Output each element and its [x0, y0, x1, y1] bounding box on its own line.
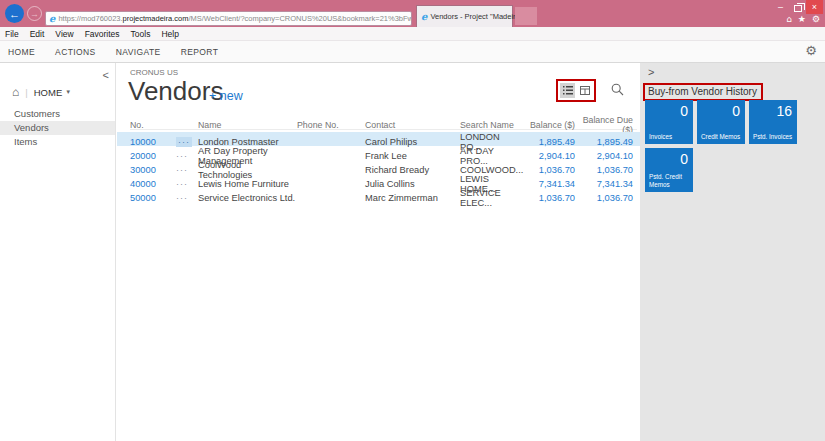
address-bar[interactable]: e https://mod760023.projectmadeira.com/M…: [45, 11, 412, 26]
browser-menu-bar: File Edit View Favorites Tools Help: [0, 27, 825, 41]
factbox-pane: > Buy-from Vendor History 0 Invoices 0 C…: [640, 63, 825, 441]
browser-forward-button[interactable]: →: [27, 6, 42, 21]
sidebar-item-items[interactable]: Items: [0, 135, 115, 149]
browser-back-button[interactable]: ←: [5, 4, 24, 23]
table-row[interactable]: 40000 ··· Lewis Home Furniture Julia Col…: [130, 174, 637, 188]
vendors-list-page: CRONUS US Vendors + new No. Name Phone N…: [117, 63, 640, 441]
browser-tab[interactable]: e Vendors - Project "Madeira" ×: [416, 5, 513, 27]
factbox-expand-icon[interactable]: >: [648, 66, 654, 78]
chevron-down-icon: ▼: [65, 89, 71, 95]
browser-home-icon[interactable]: ⌂: [786, 14, 792, 24]
tile-value: 0: [680, 103, 688, 119]
tile-credit-memos[interactable]: 0 Credit Memos: [697, 100, 745, 144]
ribbon-tab-actions[interactable]: ACTIONS: [55, 47, 96, 57]
divider: |: [25, 87, 27, 98]
factbox-title: Buy-from Vendor History: [643, 83, 763, 101]
col-no[interactable]: No.: [130, 120, 176, 130]
view-toggle-annotation-box: [556, 79, 596, 102]
tab-favicon-icon: e: [421, 11, 427, 22]
menu-view[interactable]: View: [55, 29, 73, 39]
cell-search-name: SERVICE ELEC...: [460, 188, 520, 208]
menu-tools[interactable]: Tools: [131, 29, 151, 39]
tile-label: Credit Memos: [701, 133, 743, 141]
cell-balance[interactable]: 1,036.70: [520, 193, 577, 203]
col-name[interactable]: Name: [198, 120, 297, 130]
list-view-icon: [563, 86, 573, 95]
col-balance[interactable]: Balance ($): [520, 120, 577, 130]
tile-pstd-credit-memos[interactable]: 0 Pstd. Credit Memos: [645, 148, 693, 192]
tile-label: Pstd. Invoices: [753, 133, 795, 141]
col-phone[interactable]: Phone No.: [297, 120, 365, 130]
tile-value: 0: [732, 103, 740, 119]
url-path: /MS/WebClient/?company=CRONUS%20US&bookm…: [188, 14, 412, 23]
search-icon: [611, 83, 624, 96]
tab-title: Vendors - Project "Madeira": [430, 12, 522, 21]
home-icon: ⌂: [12, 85, 19, 99]
browser-settings-gear-icon[interactable]: ⚙: [812, 14, 820, 24]
ribbon-tab-report[interactable]: REPORT: [181, 47, 219, 57]
sidebar-item-vendors[interactable]: Vendors: [0, 121, 115, 135]
search-button[interactable]: [611, 83, 625, 97]
ie-page-icon: e: [49, 13, 55, 24]
row-menu-icon[interactable]: ···: [176, 193, 198, 203]
tile-invoices[interactable]: 0 Invoices: [645, 100, 693, 144]
window-controls: – ×: [772, 0, 823, 14]
cell-name: Service Electronics Ltd.: [198, 193, 297, 203]
back-arrow-icon: ←: [9, 8, 20, 20]
url-scheme: https://mod760023.: [58, 14, 122, 23]
ribbon-tab-navigate[interactable]: NAVIGATE: [116, 47, 161, 57]
tile-pstd-invoices[interactable]: 16 Pstd. Invoices: [749, 100, 797, 144]
cell-balance-due[interactable]: 1,036.70: [577, 193, 637, 203]
tile-value: 0: [680, 151, 688, 167]
menu-favorites[interactable]: Favorites: [85, 29, 120, 39]
card-view-icon: [580, 86, 590, 95]
app-settings-gear-icon[interactable]: ⚙: [805, 43, 817, 58]
restore-icon: [794, 5, 802, 12]
tile-label: Pstd. Credit Memos: [649, 173, 691, 189]
sidebar-item-customers[interactable]: Customers: [0, 107, 115, 121]
sidebar-collapse-icon[interactable]: <: [103, 69, 109, 81]
sidebar-home-menu[interactable]: ⌂ | HOME ▼: [12, 85, 71, 99]
menu-edit[interactable]: Edit: [30, 29, 45, 39]
navigation-sidebar: < ⌂ | HOME ▼ Customers Vendors Items: [0, 63, 116, 441]
ribbon-tab-home[interactable]: HOME: [8, 47, 35, 57]
tile-label: Invoices: [649, 133, 691, 141]
browser-titlebar: ← → e https://mod760023.projectmadeira.c…: [0, 0, 825, 27]
col-contact[interactable]: Contact: [365, 120, 460, 130]
new-tab-button[interactable]: [515, 7, 537, 25]
table-header: No. Name Phone No. Contact Search Name B…: [130, 115, 637, 130]
restore-button[interactable]: [789, 0, 806, 14]
col-search-name[interactable]: Search Name: [460, 120, 520, 130]
factbox-tiles: 0 Invoices 0 Credit Memos 16 Pstd. Invoi…: [645, 100, 805, 192]
url-domain: projectmadeira.com: [123, 14, 189, 23]
table-row[interactable]: 30000 ··· CoolWood Technologies Richard …: [130, 160, 637, 174]
app-ribbon: HOME ACTIONS NAVIGATE REPORT ⚙: [0, 41, 825, 63]
forward-arrow-icon: →: [30, 9, 39, 19]
cell-contact: Marc Zimmerman: [365, 193, 460, 203]
tile-value: 16: [776, 103, 792, 119]
sidebar-home-label: HOME: [34, 87, 63, 98]
list-view-button[interactable]: [560, 83, 575, 98]
minimize-button[interactable]: –: [772, 0, 789, 14]
table-row[interactable]: 20000 ··· AR Day Property Management Fra…: [130, 146, 637, 160]
card-view-button[interactable]: [577, 83, 592, 98]
menu-file[interactable]: File: [5, 29, 19, 39]
new-vendor-button[interactable]: + new: [209, 89, 243, 103]
cell-no[interactable]: 50000: [130, 193, 176, 203]
favorites-star-icon[interactable]: ★: [798, 14, 806, 24]
table-row[interactable]: 10000 ··· London Postmaster Carol Philip…: [117, 132, 640, 146]
menu-help[interactable]: Help: [161, 29, 178, 39]
close-button[interactable]: ×: [806, 0, 823, 14]
app-window: ← → e https://mod760023.projectmadeira.c…: [0, 0, 825, 441]
table-row[interactable]: 50000 ··· Service Electronics Ltd. Marc …: [130, 188, 637, 202]
